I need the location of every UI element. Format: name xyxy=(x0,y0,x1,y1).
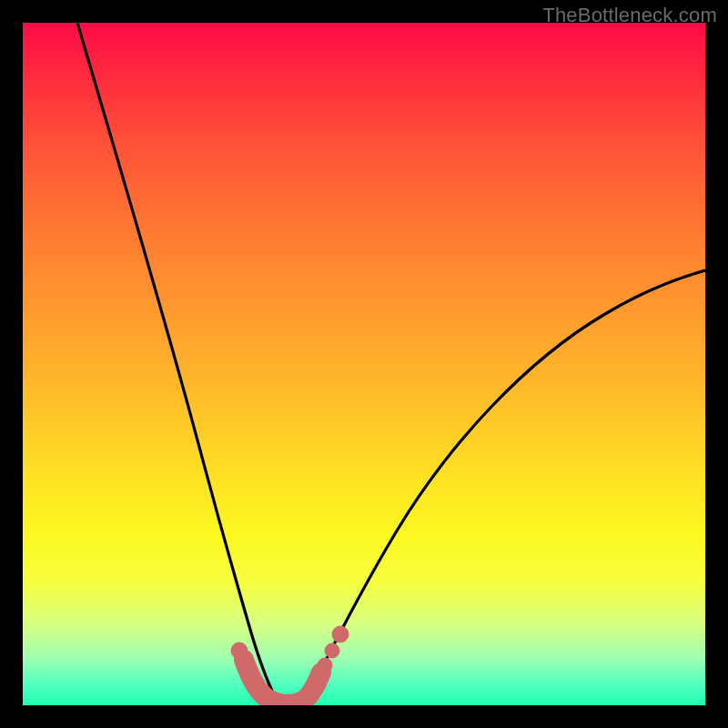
bottleneck-markers xyxy=(231,626,349,704)
curve-layer xyxy=(23,23,705,705)
chart-frame: TheBottleneck.com xyxy=(0,0,728,728)
svg-point-2 xyxy=(318,658,332,672)
svg-point-4 xyxy=(332,626,349,642)
plot-area xyxy=(23,23,705,705)
svg-point-3 xyxy=(325,643,339,658)
svg-point-0 xyxy=(231,642,248,659)
watermark-text: TheBottleneck.com xyxy=(542,4,717,27)
left-curve xyxy=(77,23,282,704)
svg-point-1 xyxy=(242,666,258,682)
right-curve xyxy=(296,270,705,704)
